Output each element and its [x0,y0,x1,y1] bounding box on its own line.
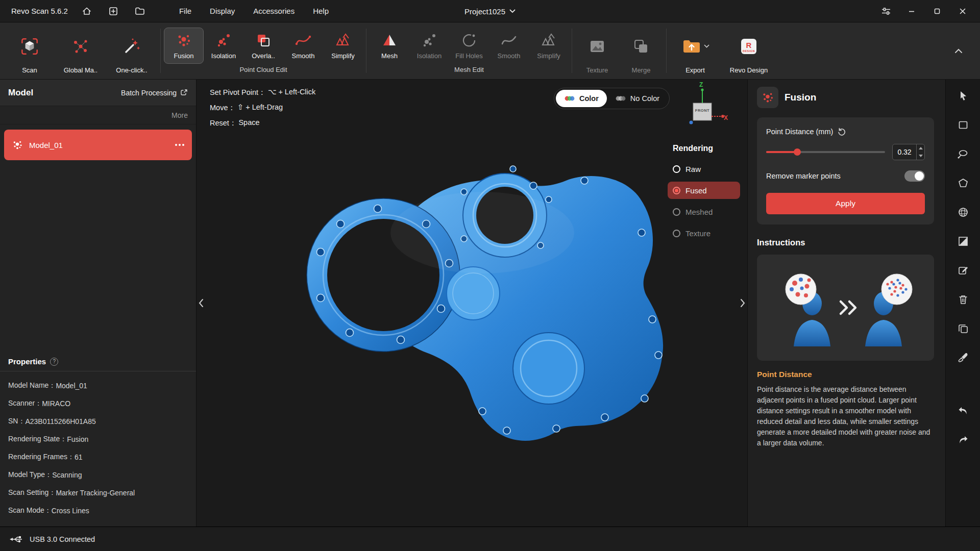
apply-button[interactable]: Apply [766,193,925,214]
point-distance-input[interactable]: 0.32 [892,144,925,160]
paintbrush-button[interactable] [952,346,974,369]
model-list-item[interactable]: Model_01 [4,130,192,160]
property-row-scan-setting: Scan Setting：Marker Tracking-General [0,484,196,502]
merge-button[interactable]: Merge [619,22,663,79]
stepper-up-button[interactable] [917,144,924,152]
global-markers-button[interactable]: Global Ma.. [55,22,106,79]
property-row-model-type: Model Type：Scanning [0,466,196,484]
usb-icon [9,535,23,544]
color-mode-button[interactable]: Color [556,90,607,107]
revo-design-button[interactable]: RDESIGN Revo Design [721,22,777,79]
viewport-3d[interactable]: Set Pivot Point： ⌥ + Left-Click Move： ⇧ … [197,80,747,527]
select-cursor-button[interactable] [952,85,974,107]
revo-design-icon: RDESIGN [739,28,758,65]
app-title: Revo Scan 5.6.2 [11,7,68,15]
fill-holes-button[interactable]: Fill Holes [449,28,489,64]
more-row: More [0,106,196,124]
slider-thumb[interactable] [794,148,801,156]
radio-icon [673,208,680,216]
plane-cut-button[interactable] [952,230,974,253]
texture-button[interactable]: Texture [575,22,619,79]
point-distance-slider[interactable] [766,148,885,156]
mesh-smooth-button[interactable]: Smooth [489,28,529,64]
rendering-option-texture[interactable]: Texture [668,224,740,242]
batch-processing-button[interactable]: Batch Processing [121,89,188,97]
delete-button[interactable] [952,288,974,311]
properties-list: Model Name：Model_01 Scanner：MIRACO SN：A2… [0,371,196,527]
ribbon-toolbar: Scan Global Ma.. One-click.. Fusion [0,22,980,80]
titlebar-left: Revo Scan 5.6.2 File Display Accessories… [0,4,329,19]
close-button[interactable] [952,3,973,20]
project-switcher[interactable]: Project1025 [464,0,516,22]
gizmo-front-label: FRONT [693,108,712,113]
one-click-button[interactable]: One-click.. [106,22,157,79]
duplicate-icon [957,322,969,335]
polygon-select-button[interactable] [952,172,974,194]
fusion-button[interactable]: Fusion [164,28,204,64]
property-row-sn: SN：A23B0115266H01A85 [0,412,196,430]
point-simplify-button[interactable]: Simplify [323,28,363,64]
titlebar: Revo Scan 5.6.2 File Display Accessories… [0,0,980,22]
duplicate-button[interactable] [952,317,974,340]
help-icon[interactable]: ? [50,358,58,366]
property-row-rendering-state: Rendering State：Fusion [0,430,196,448]
menu-file[interactable]: File [179,7,191,15]
collapse-left-panel-button[interactable] [197,289,206,317]
ribbon-separator [366,29,366,73]
menu-help[interactable]: Help [313,7,329,15]
more-button[interactable]: More [172,111,188,119]
fusion-settings-card: Point Distance (mm) 0.32 [757,117,934,224]
ribbon-collapse-button[interactable] [947,40,970,62]
scanned-model[interactable] [197,80,747,527]
home-icon [82,6,92,16]
rendering-option-fused[interactable]: Fused [668,182,740,199]
export-button[interactable]: Export [670,22,721,79]
point-isolation-button[interactable]: Isolation [204,28,243,64]
collapse-right-panel-button[interactable] [738,289,747,317]
menu-display[interactable]: Display [210,7,235,15]
radio-icon [673,187,680,194]
rect-select-button[interactable] [952,114,974,136]
display-settings-button[interactable] [876,3,896,20]
rendering-option-meshed[interactable]: Meshed [668,203,740,220]
scan-button[interactable]: Scan [4,22,55,79]
minimize-icon [908,8,915,15]
rendering-mode-panel: Rendering Raw Fused Meshed Texture [668,144,740,246]
point-smooth-icon [295,31,312,49]
model-item-name: Model_01 [29,141,63,149]
point-smooth-button[interactable]: Smooth [283,28,323,64]
rendering-option-raw[interactable]: Raw [668,160,740,178]
point-distance-label: Point Distance (mm) [766,128,833,136]
new-project-button[interactable] [106,4,121,19]
mesh-simplify-button[interactable]: Simplify [529,28,569,64]
open-project-button[interactable] [132,4,148,19]
lasso-select-button[interactable] [952,143,974,165]
selection-tool-strip [945,80,980,527]
maximize-button[interactable] [927,3,947,20]
home-button[interactable] [79,4,94,19]
undo-button[interactable] [952,400,974,422]
stepper-down-button[interactable] [917,152,924,160]
redo-button[interactable] [952,429,974,452]
point-distance-description: Point distance is the average distance b… [757,384,934,448]
orientation-gizmo[interactable]: Z X FRONT [671,83,734,132]
reset-point-distance-button[interactable] [838,128,846,136]
sphere-view-button[interactable] [952,201,974,223]
minimize-button[interactable] [901,3,922,20]
property-row-scanner: Scanner：MIRACO [0,394,196,412]
fusion-panel: Fusion Point Distance (mm) 0.32 [747,80,945,527]
instructions-card [757,255,934,361]
edit-pen-button[interactable] [952,259,974,282]
remove-marker-points-toggle[interactable] [904,170,925,182]
mesh-isolation-button[interactable]: Isolation [409,28,449,64]
ribbon-separator [160,29,161,73]
overlap-detection-button[interactable]: Overla.. [243,28,283,64]
model-item-menu-button[interactable] [175,143,185,146]
reset-icon [838,128,846,136]
select-cursor-icon [957,90,969,102]
mesh-button[interactable]: Mesh [370,28,409,64]
group-label-point-cloud-edit: Point Cloud Edit [164,66,363,79]
mesh-smooth-icon [500,31,518,49]
no-color-mode-button[interactable]: No Color [607,90,668,107]
menu-accessories[interactable]: Accessories [253,7,295,15]
